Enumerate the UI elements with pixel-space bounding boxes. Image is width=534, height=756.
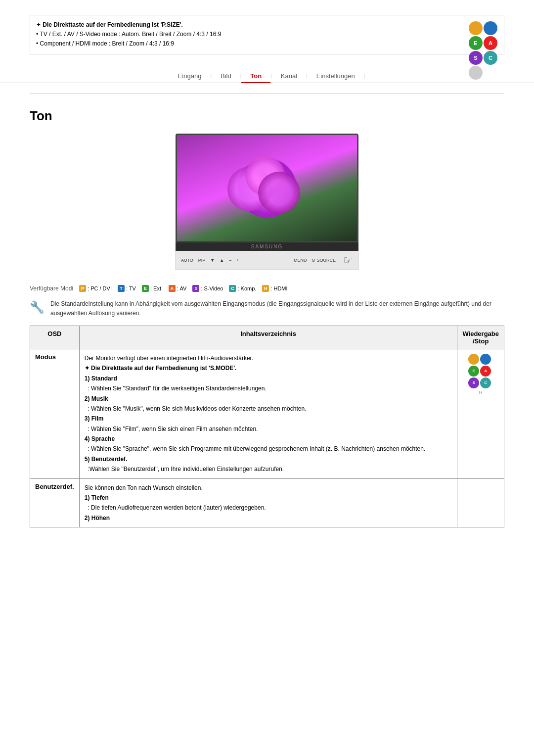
modus-label: Modus: [35, 353, 56, 361]
teas-logo-top: E A S C: [468, 21, 498, 48]
info-box: 🔧 Die Standardeinstellung kann in Abhäng…: [30, 299, 504, 318]
logo-dot-e: E: [469, 36, 483, 50]
nav-sep-5: |: [364, 73, 365, 79]
benutzerdef-line-4: 2) Höhen: [85, 513, 452, 523]
tab-kanal[interactable]: Kanal: [272, 69, 306, 83]
modus-line-7: 3) Film: [85, 414, 452, 424]
tl-dot-c: C: [480, 378, 491, 388]
icon-c: C: [229, 285, 236, 292]
notice-line2: • TV / Ext. / AV / S-Video mode : Autom.…: [36, 30, 458, 39]
mode-svideo: S : S-Video: [192, 285, 223, 292]
benutzerdef-label: Benutzerdef.: [35, 483, 74, 490]
cursor-hand-icon: [343, 254, 353, 267]
page-title: Ton: [30, 108, 504, 124]
plus-button[interactable]: +: [236, 258, 239, 263]
logo-dot-t: [484, 21, 497, 35]
modus-line-12: :Wählen Sie "Benutzerdef", um Ihre indiv…: [85, 464, 452, 474]
header-play: Wiedergabe /Stop: [457, 326, 504, 349]
icon-t: T: [118, 285, 125, 292]
tv-screen-flower: [177, 135, 357, 241]
tv-controls-bar: AUTO PIP ▼ ▲ – + MENU ⊙ SOURCE: [176, 251, 358, 270]
modes-label: Verfügbare Modi: [30, 285, 73, 292]
benutzerdef-line-1: Sie können den Ton nach Wunsch einstelle…: [85, 483, 452, 493]
mode-pc-dvi: P : PC / DVI: [79, 285, 112, 292]
mode-ext-text: : Ext.: [150, 285, 163, 291]
tl-dot-a: A: [480, 366, 491, 377]
modus-line-5: 2) Musik: [85, 394, 452, 404]
wrench-icon: 🔧: [30, 300, 44, 314]
benutzerdef-line-2: 1) Tiefen: [85, 493, 452, 503]
up-button[interactable]: ▲: [220, 258, 224, 263]
pip-button[interactable]: PIP: [198, 258, 206, 263]
header-content: Inhaltsverzeichnis: [79, 326, 457, 349]
tl-dot-p: [468, 354, 479, 365]
tl-dot-s: S: [468, 378, 479, 388]
icon-s: S: [192, 285, 199, 292]
teas-logo-table: E A S C: [468, 353, 493, 389]
table-row: Benutzerdef. Sie können den Ton nach Wun…: [30, 478, 504, 527]
main-table: OSD Inhaltsverzeichnis Wiedergabe /Stop …: [30, 326, 504, 527]
modus-line-1: Der Monitor verfügt über einen integrier…: [85, 353, 452, 363]
benutzerdef-content: Sie können den Ton nach Wunsch einstelle…: [79, 478, 457, 527]
benutzerdef-line-3: : Die tiefen Audiofrequenzen werden beto…: [85, 503, 452, 513]
osd-modus: Modus: [30, 349, 80, 478]
modus-line-4: : Wählen Sie "Standard" für die werkseit…: [85, 383, 452, 393]
tl-dot-t: [480, 354, 491, 365]
table-row: Modus Der Monitor verfügt über einen int…: [30, 349, 504, 478]
icon-a: A: [169, 285, 176, 292]
nav-tabs: Eingang | Bild | Ton | Kanal | Einstellu…: [0, 69, 534, 83]
logo-dot-c: C: [484, 51, 497, 65]
mode-svideo-text: : S-Video: [201, 285, 223, 291]
tab-einstellungen[interactable]: Einstellungen: [308, 69, 364, 83]
mode-av: A : AV: [169, 285, 186, 292]
modus-play: E A S C H: [457, 349, 504, 478]
auto-button[interactable]: AUTO: [181, 258, 193, 263]
modus-line-9: 4) Sprache: [85, 434, 452, 444]
logo-dot-s: S: [469, 51, 483, 65]
notice-line1: ✦ Die Direkttaste auf der Fernbedienung …: [36, 20, 458, 30]
table-header-row: OSD Inhaltsverzeichnis Wiedergabe /Stop: [30, 326, 504, 349]
modus-line-11: 5) Benutzerdef.: [85, 454, 452, 464]
notice-line3: • Component / HDMI mode : Breit / Zoom /…: [36, 39, 458, 48]
modus-line-3: 1) Standard: [85, 374, 452, 383]
modus-line-6: : Wählen Sie "Musik", wenn Sie sich Musi…: [85, 404, 452, 414]
header-osd: OSD: [30, 326, 80, 349]
logo-dot-p: [469, 21, 483, 35]
tl-dot-e: E: [468, 366, 479, 377]
mode-av-text: : AV: [177, 285, 186, 291]
tv-image-container: SAMSUNG AUTO PIP ▼ ▲ – + MENU ⊙ SOURCE: [30, 134, 504, 270]
mode-tv-text: : TV: [126, 285, 136, 291]
info-text: Die Standardeinstellung kann in Abhängig…: [50, 299, 504, 318]
tab-bild[interactable]: Bild: [212, 69, 240, 83]
icon-h: H: [262, 285, 269, 292]
tv-mockup: SAMSUNG AUTO PIP ▼ ▲ – + MENU ⊙ SOURCE: [176, 134, 358, 270]
icon-e: E: [142, 285, 149, 292]
tv-brand-label: SAMSUNG: [176, 242, 358, 251]
tab-ton[interactable]: Ton: [241, 69, 270, 83]
minus-button[interactable]: –: [229, 258, 231, 263]
mode-pc-dvi-text: : PC / DVI: [88, 285, 112, 291]
top-notice-text: ✦ Die Direkttaste auf der Fernbedienung …: [36, 20, 458, 49]
available-modes-row: Verfügbare Modi P : PC / DVI T : TV E : …: [30, 285, 504, 292]
menu-button[interactable]: MENU: [294, 258, 307, 263]
mode-komp: C : Komp.: [229, 285, 256, 292]
down-button[interactable]: ▼: [210, 258, 215, 263]
tl-ch: H: [462, 390, 499, 395]
mode-komp-text: : Komp.: [237, 285, 256, 291]
top-notice-box: ✦ Die Direkttaste auf der Fernbedienung …: [30, 15, 504, 54]
benutzerdef-play: [457, 478, 504, 527]
tv-screen: [176, 134, 358, 242]
modus-line-10: : Wählen Sie "Sprache", wenn Sie sich Pr…: [85, 444, 452, 454]
osd-benutzerdef: Benutzerdef.: [30, 478, 80, 527]
modus-content: Der Monitor verfügt über einen integrier…: [79, 349, 457, 478]
mode-hdmi-text: : HDMI: [270, 285, 287, 291]
modus-line-2: ✦ Die Direkttaste auf der Fernbedienung …: [85, 363, 452, 373]
mode-ext: E : Ext.: [142, 285, 163, 292]
mode-tv: T : TV: [118, 285, 136, 292]
logo-dot-a: A: [484, 36, 497, 50]
source-button[interactable]: ⊙ SOURCE: [312, 258, 336, 263]
modus-line-8: : Wählen Sie "Film", wenn Sie sich einen…: [85, 424, 452, 434]
tab-eingang[interactable]: Eingang: [169, 69, 211, 83]
horizontal-rule: [30, 93, 504, 94]
mode-hdmi: H : HDMI: [262, 285, 287, 292]
